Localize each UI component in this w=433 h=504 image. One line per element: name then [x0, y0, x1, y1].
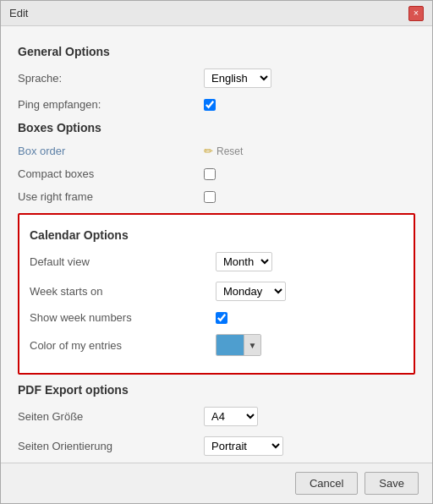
- week-starts-label: Week starts on: [30, 285, 216, 298]
- color-swatch-container[interactable]: ▼: [216, 334, 261, 356]
- compact-boxes-checkbox[interactable]: [204, 168, 216, 180]
- sprache-row: Sprache: English Deutsch Français Españo…: [18, 67, 415, 90]
- dialog-footer: Cancel Save: [1, 463, 432, 503]
- general-options-title: General Options: [18, 45, 415, 58]
- seiten-grosse-select[interactable]: A4 Letter A3: [204, 407, 258, 426]
- dialog-content: General Options Sprache: English Deutsch…: [1, 26, 432, 463]
- color-entries-label: Color of my entries: [30, 339, 216, 352]
- ping-row: Ping empfangen:: [18, 96, 415, 112]
- use-right-frame-label: Use right frame: [18, 190, 204, 203]
- default-view-control: Month Week Day: [216, 252, 272, 271]
- title-bar: Edit ×: [1, 1, 432, 26]
- seiten-orientierung-select[interactable]: Portrait Landscape: [204, 436, 283, 456]
- color-swatch: [216, 335, 244, 355]
- ping-label: Ping empfangen:: [18, 98, 204, 111]
- calendar-options-title: Calendar Options: [30, 228, 403, 242]
- pdf-options-title: PDF Export options: [18, 383, 415, 397]
- seiten-orientierung-row: Seiten Orientierung Portrait Landscape: [18, 435, 415, 457]
- week-starts-row: Week starts on Monday Sunday Saturday: [30, 280, 403, 303]
- ping-checkbox[interactable]: [204, 99, 216, 111]
- seiten-orientierung-control: Portrait Landscape: [204, 436, 283, 456]
- pencil-icon: ✏: [204, 145, 213, 157]
- show-week-numbers-label: Show week numbers: [30, 311, 216, 324]
- save-button[interactable]: Save: [364, 472, 419, 495]
- color-entries-row: Color of my entries ▼: [30, 332, 403, 358]
- show-week-numbers-checkbox[interactable]: [216, 312, 227, 324]
- color-entries-control: ▼: [216, 334, 261, 356]
- seiten-grosse-control: A4 Letter A3: [204, 407, 258, 426]
- show-week-numbers-control: [216, 312, 227, 324]
- reset-control[interactable]: ✏ Reset: [204, 145, 243, 157]
- sprache-select[interactable]: English Deutsch Français Español: [204, 68, 271, 88]
- box-order-label[interactable]: Box order: [18, 145, 204, 157]
- compact-boxes-row: Compact boxes: [18, 166, 415, 182]
- sprache-control: English Deutsch Français Español: [204, 68, 271, 88]
- week-starts-control: Monday Sunday Saturday: [216, 282, 286, 301]
- compact-boxes-control: [204, 168, 216, 180]
- close-icon: ×: [414, 8, 419, 18]
- color-dropdown-arrow[interactable]: ▼: [244, 335, 260, 355]
- calendar-section: Calendar Options Default view Month Week…: [18, 213, 415, 375]
- default-view-select[interactable]: Month Week Day: [216, 252, 272, 271]
- box-order-row: Box order ✏ Reset: [18, 143, 415, 159]
- seiten-grosse-label: Seiten Größe: [18, 410, 204, 423]
- use-right-frame-checkbox[interactable]: [204, 191, 216, 203]
- compact-boxes-label: Compact boxes: [18, 167, 204, 180]
- cancel-button[interactable]: Cancel: [295, 472, 358, 495]
- boxes-options-title: Boxes Options: [18, 121, 415, 134]
- week-starts-select[interactable]: Monday Sunday Saturday: [216, 282, 286, 301]
- default-view-label: Default view: [30, 255, 216, 268]
- seiten-grosse-row: Seiten Größe A4 Letter A3: [18, 405, 415, 428]
- default-view-row: Default view Month Week Day: [30, 250, 403, 273]
- use-right-frame-control: [204, 191, 216, 203]
- reset-label: Reset: [216, 145, 243, 157]
- show-week-numbers-row: Show week numbers: [30, 310, 403, 326]
- use-right-frame-row: Use right frame: [18, 189, 415, 205]
- sprache-label: Sprache:: [18, 72, 204, 85]
- edit-dialog: Edit × General Options Sprache: English …: [0, 0, 433, 504]
- ping-control: [204, 99, 216, 111]
- seiten-orientierung-label: Seiten Orientierung: [18, 440, 204, 452]
- boxes-section: Box order ✏ Reset Compact boxes Use righ…: [18, 143, 415, 205]
- close-button[interactable]: ×: [408, 6, 424, 21]
- dialog-title: Edit: [9, 7, 28, 19]
